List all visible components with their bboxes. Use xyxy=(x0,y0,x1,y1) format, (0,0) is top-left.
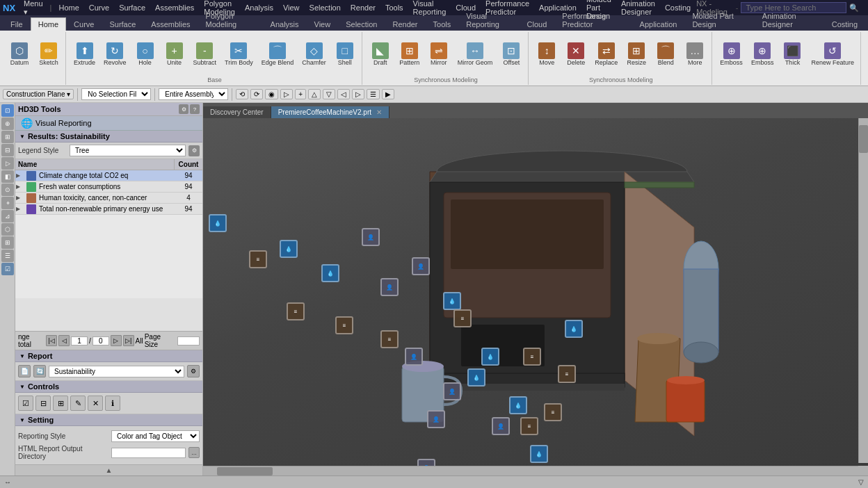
sec-btn-9[interactable]: ▷ xyxy=(352,89,364,99)
menu-item-surface[interactable]: Surface xyxy=(115,2,150,13)
legend-style-dropdown[interactable]: Tree Flat Grid xyxy=(70,145,186,156)
page-next-button[interactable]: ▷ xyxy=(111,335,122,346)
annotation-lines-6[interactable]: ≡ xyxy=(523,348,541,366)
ctrl-btn-1[interactable]: ☑ xyxy=(18,396,33,411)
move-button[interactable]: ↕ Move xyxy=(533,33,561,75)
sec-btn-11[interactable]: ▶ xyxy=(382,89,394,99)
sketch-button[interactable]: ✏ Sketch xyxy=(35,33,63,75)
assembly-dropdown[interactable]: Entire Assembly xyxy=(159,88,228,100)
ctrl-btn-3[interactable]: ⊞ xyxy=(53,396,68,411)
table-row[interactable]: ▶ Climate change total CO2 eq 94 xyxy=(15,170,202,181)
tab-file[interactable]: File xyxy=(3,17,31,31)
side-icon-5[interactable]: ▷ xyxy=(1,157,14,170)
annotation-drop-5[interactable]: 💧 xyxy=(481,348,499,366)
panel-settings-button[interactable]: ⚙ xyxy=(179,104,188,114)
ctrl-btn-4[interactable]: ✎ xyxy=(70,396,86,411)
sync-more-button[interactable]: … More xyxy=(681,33,709,75)
edge-blend-button[interactable]: ⌒ Edge Blend xyxy=(258,33,298,75)
menu-item-tools[interactable]: Tools xyxy=(381,2,408,13)
side-icon-12[interactable]: ☰ xyxy=(1,250,14,262)
menu-item-curve[interactable]: Curve xyxy=(85,2,113,13)
search-icon[interactable]: 🔍 xyxy=(849,3,859,13)
page-first-button[interactable]: |◁ xyxy=(46,335,57,346)
reporting-style-dropdown[interactable]: Color and Tag Object xyxy=(111,430,200,442)
side-icon-1[interactable]: ⊡ xyxy=(1,104,14,117)
emboss2-button[interactable]: ⊕ Emboss xyxy=(748,33,778,75)
tab-close-icon[interactable]: ✕ xyxy=(376,108,382,116)
menu-item-selection[interactable]: Selection xyxy=(305,2,345,13)
page-total-input[interactable] xyxy=(93,336,109,345)
annotation-lines-5[interactable]: ≡ xyxy=(453,309,472,327)
subtract-button[interactable]: - Subtract xyxy=(190,33,220,75)
offset-button[interactable]: ⊡ Offset xyxy=(497,33,525,75)
side-icon-7[interactable]: ⊙ xyxy=(1,184,14,196)
report-section-header[interactable]: ▼ Report xyxy=(15,350,202,362)
report-type-dropdown[interactable]: Sustainability xyxy=(49,366,184,377)
annotation-drop-10[interactable]: 💧 xyxy=(565,320,583,338)
annotation-lines-8[interactable]: ≡ xyxy=(544,403,562,421)
annotation-drop-2[interactable]: 💧 xyxy=(280,240,298,258)
page-size-input[interactable]: 100 xyxy=(177,336,200,345)
menu-item-file[interactable]: Menu ▾ xyxy=(19,0,47,18)
tab-render[interactable]: Render xyxy=(385,17,425,31)
sec-btn-3[interactable]: ◉ xyxy=(265,89,278,99)
selection-filter-dropdown[interactable]: No Selection Filter xyxy=(81,88,151,100)
side-icon-2[interactable]: ⊕ xyxy=(1,117,14,130)
viewport-scrollbar-v[interactable] xyxy=(858,118,868,463)
annotation-drop-6[interactable]: 💧 xyxy=(467,368,485,387)
annotation-person-1[interactable]: 👤 xyxy=(362,228,380,246)
sec-btn-6[interactable]: △ xyxy=(308,89,321,99)
side-icon-6[interactable]: ◧ xyxy=(1,170,14,183)
delete-button[interactable]: ✕ Delete xyxy=(562,33,590,75)
results-section-header[interactable]: ▼ Results: Sustainability xyxy=(15,131,202,143)
legend-settings-button[interactable]: ⚙ xyxy=(188,145,200,156)
annotation-lines-3[interactable]: ≡ xyxy=(335,316,353,334)
renew-feature-button[interactable]: ↺ Renew Feature xyxy=(807,33,858,75)
annotation-lines-2[interactable]: ≡ xyxy=(287,302,305,320)
annotation-drop-4[interactable]: 💧 xyxy=(443,292,461,310)
side-icon-3[interactable]: ⊞ xyxy=(1,131,14,143)
tab-animation[interactable]: Animation Designer xyxy=(755,9,824,31)
menu-item-assemblies[interactable]: Assemblies xyxy=(151,2,198,13)
sec-btn-7[interactable]: ▽ xyxy=(323,89,335,99)
report-settings-btn[interactable]: ⚙ xyxy=(187,365,200,377)
viewport-3d[interactable]: 👤 👤 👤 👤 👤 👤 👤 👤 xyxy=(203,118,868,475)
tab-home[interactable]: Home xyxy=(31,17,66,31)
annotation-drop-3[interactable]: 💧 xyxy=(321,264,339,282)
unite-button[interactable]: + Unite xyxy=(161,33,188,75)
annotation-lines-9[interactable]: ≡ xyxy=(520,417,538,435)
shell-button[interactable]: □ Shell xyxy=(331,33,359,75)
annotation-person-7[interactable]: 👤 xyxy=(492,417,510,435)
mirror-feature-button[interactable]: ⇌ Mirror xyxy=(425,33,453,75)
thick-button[interactable]: ⬛ Thick xyxy=(778,33,806,75)
replace-button[interactable]: ⇄ Replace xyxy=(591,33,621,75)
extrude-button[interactable]: ⬆ Extrude xyxy=(70,33,99,75)
tab-analysis[interactable]: Analysis xyxy=(263,17,307,31)
side-icon-11[interactable]: ⊞ xyxy=(1,236,14,249)
annotation-drop-1[interactable]: 💧 xyxy=(209,214,227,232)
browse-button[interactable]: … xyxy=(188,447,200,458)
mirror-geometry-button[interactable]: ↔ Mirror Geom xyxy=(454,33,497,75)
ctrl-btn-6[interactable]: ℹ xyxy=(105,396,120,411)
tab-application[interactable]: Application xyxy=(632,17,685,31)
tab-premiere-coffee[interactable]: PremiereCoffeeMachineV2.prt ✕ xyxy=(271,106,389,118)
annotation-lines-7[interactable]: ≡ xyxy=(558,365,576,383)
tab-view[interactable]: View xyxy=(307,17,339,31)
ctrl-btn-5[interactable]: ✕ xyxy=(88,396,103,411)
tab-tools[interactable]: Tools xyxy=(426,17,459,31)
tab-molded[interactable]: Molded Part Design xyxy=(684,9,754,31)
chamfer-button[interactable]: ◇ Chamfer xyxy=(298,33,330,75)
draft-button[interactable]: ◣ Draft xyxy=(367,33,394,75)
page-prev-button[interactable]: ◁ xyxy=(58,335,70,346)
side-icon-4[interactable]: ⊟ xyxy=(1,144,14,156)
tab-performance[interactable]: Performance Predictor xyxy=(554,9,632,31)
viewport-scrollbar-h[interactable] xyxy=(203,466,858,475)
table-row[interactable]: ▶ Fresh water consumptions 94 xyxy=(15,181,202,193)
annotation-drop-7[interactable]: 💧 xyxy=(509,396,527,414)
controls-section-header[interactable]: ▼ Controls xyxy=(15,381,202,393)
tab-assemblies[interactable]: Assemblies xyxy=(143,17,198,31)
tab-surface[interactable]: Surface xyxy=(102,17,143,31)
sec-btn-1[interactable]: ⟲ xyxy=(236,89,248,99)
tab-costing[interactable]: Costing xyxy=(824,17,865,31)
menu-item-visual-reporting[interactable]: Visual Reporting xyxy=(409,0,451,17)
